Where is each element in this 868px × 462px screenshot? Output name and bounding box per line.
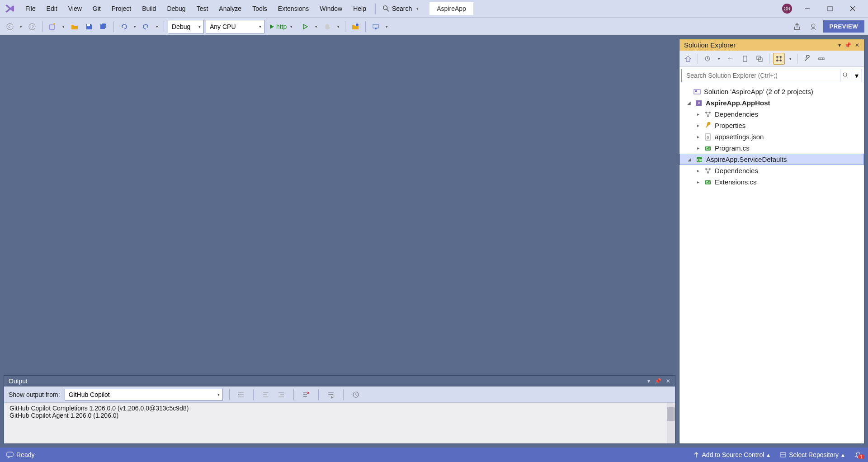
search-menu[interactable]: Search ▾ [379, 3, 424, 14]
tree-item[interactable]: Solution 'AspireApp' (2 of 2 projects) [679, 86, 864, 97]
solution-title-tab[interactable]: AspireApp [429, 2, 473, 15]
chevron-down-icon[interactable]: ▾ [384, 24, 390, 29]
close-icon[interactable]: ✕ [666, 378, 670, 384]
svg-rect-44 [781, 453, 785, 457]
menu-tools[interactable]: Tools [247, 2, 273, 15]
output-source-dropdown[interactable]: GitHub Copilot [65, 389, 223, 401]
timestamp-icon[interactable] [351, 390, 361, 400]
menu-test[interactable]: Test [191, 2, 214, 15]
tree-item[interactable]: ▸C#Program.cs [679, 142, 864, 154]
nav-forward-button[interactable] [26, 20, 38, 33]
undo-button[interactable] [118, 20, 130, 33]
next-icon[interactable] [276, 390, 286, 400]
browse-button[interactable] [349, 20, 362, 33]
chevron-down-icon[interactable]: ▾ [335, 24, 341, 29]
feedback-icon[interactable] [807, 20, 820, 33]
collapse-icon[interactable]: ◢ [686, 100, 692, 105]
platform-dropdown[interactable]: Any CPU [206, 20, 264, 33]
tree-item[interactable]: ▸C#Extensions.cs [679, 176, 864, 188]
open-button[interactable] [68, 20, 81, 33]
nav-back-button[interactable] [4, 20, 16, 33]
expand-icon[interactable]: ▸ [695, 134, 701, 139]
tree-item[interactable]: ▸{}appsettings.json [679, 131, 864, 142]
menu-extensions[interactable]: Extensions [273, 2, 314, 15]
editor-empty-area [4, 39, 675, 372]
chevron-down-icon[interactable]: ▾ [132, 24, 138, 29]
select-repository[interactable]: Select Repository ▴ [780, 451, 844, 458]
word-wrap-icon[interactable] [326, 390, 336, 400]
menu-git[interactable]: Git [87, 2, 106, 15]
chevron-down-icon[interactable]: ▾ [313, 24, 319, 29]
menu-window[interactable]: Window [314, 2, 348, 15]
notifications[interactable]: 1 [854, 451, 862, 458]
menu-file[interactable]: File [20, 2, 41, 15]
output-text-area[interactable]: GitHub Copilot Completions 1.206.0.0 (v1… [4, 403, 675, 443]
clear-all-icon[interactable] [301, 390, 311, 400]
prev-icon[interactable] [261, 390, 271, 400]
expand-icon[interactable]: ▸ [695, 123, 701, 128]
share-icon[interactable] [791, 20, 803, 33]
expand-icon[interactable]: ▸ [695, 179, 701, 184]
save-all-button[interactable] [97, 20, 110, 33]
chevron-down-icon[interactable]: ▾ [716, 57, 722, 61]
chevron-down-icon[interactable]: ▾ [154, 24, 160, 29]
menu-build[interactable]: Build [137, 2, 161, 15]
search-label: Search [392, 5, 412, 12]
tree-item[interactable]: ◢C#AspireApp.ServiceDefaults [679, 154, 864, 165]
scrollbar[interactable] [667, 403, 675, 443]
tree-item[interactable]: ◢AspireApp.AppHost [679, 97, 864, 108]
status-ready[interactable]: Ready [6, 451, 34, 458]
live-share-button[interactable] [369, 20, 382, 33]
svg-text:{}: {} [707, 135, 709, 139]
search-icon[interactable] [840, 69, 851, 82]
save-button[interactable] [83, 20, 95, 33]
collapse-icon[interactable]: ◢ [686, 157, 693, 162]
hot-reload-button[interactable] [321, 20, 334, 33]
home-icon[interactable] [682, 53, 694, 65]
chevron-down-icon[interactable]: ▾ [18, 24, 24, 29]
chevron-down-icon[interactable]: ▾ [788, 57, 793, 61]
sync-icon[interactable] [739, 53, 751, 65]
chevron-down-icon[interactable]: ▾ [838, 42, 841, 48]
switch-views-icon[interactable] [702, 53, 713, 65]
menu-edit[interactable]: Edit [41, 2, 63, 15]
menu-debug[interactable]: Debug [161, 2, 191, 15]
expand-icon[interactable]: ▸ [695, 112, 701, 117]
add-source-control[interactable]: Add to Source Control ▴ [693, 451, 770, 458]
menu-view[interactable]: View [63, 2, 87, 15]
solution-tree[interactable]: Solution 'AspireApp' (2 of 2 projects)◢A… [679, 84, 864, 443]
menu-analyze[interactable]: Analyze [213, 2, 247, 15]
chevron-down-icon[interactable]: ▾ [647, 378, 650, 384]
pin-icon[interactable]: 📌 [844, 42, 851, 48]
user-avatar[interactable]: GR [782, 4, 792, 14]
start-without-debug-button[interactable] [299, 20, 311, 33]
new-item-button[interactable] [46, 20, 59, 33]
tree-item[interactable]: ▸Dependencies [679, 108, 864, 120]
indent-icon[interactable] [236, 390, 246, 400]
pin-icon[interactable]: 📌 [655, 378, 661, 384]
solution-explorer-title[interactable]: Solution Explorer ▾ 📌 ✕ [679, 39, 864, 51]
minimize-button[interactable] [800, 1, 815, 16]
solution-search-input[interactable] [682, 69, 840, 82]
close-button[interactable] [845, 1, 860, 16]
output-panel-title[interactable]: Output ▾ 📌 ✕ [4, 376, 675, 387]
start-debug-button[interactable]: http ▾ [266, 21, 297, 32]
config-dropdown[interactable]: Debug [168, 20, 204, 33]
menu-help[interactable]: Help [348, 2, 372, 15]
chevron-down-icon[interactable]: ▾ [61, 24, 66, 29]
maximize-button[interactable] [823, 1, 837, 16]
expand-icon[interactable]: ▸ [695, 168, 701, 173]
expand-icon[interactable]: ▸ [695, 146, 701, 151]
chevron-down-icon[interactable]: ▾ [851, 69, 862, 82]
menu-project[interactable]: Project [106, 2, 137, 15]
show-all-files-icon[interactable] [773, 53, 785, 65]
redo-button[interactable] [140, 20, 152, 33]
tree-item[interactable]: ▸Dependencies [679, 165, 864, 176]
filter-icon[interactable] [725, 53, 736, 65]
properties-icon[interactable] [801, 53, 813, 65]
collapse-all-icon[interactable] [754, 53, 765, 65]
tree-item[interactable]: ▸Properties [679, 120, 864, 131]
preview-selected-icon[interactable] [816, 53, 827, 65]
close-icon[interactable]: ✕ [855, 42, 859, 48]
preview-button[interactable]: PREVIEW [823, 20, 864, 33]
